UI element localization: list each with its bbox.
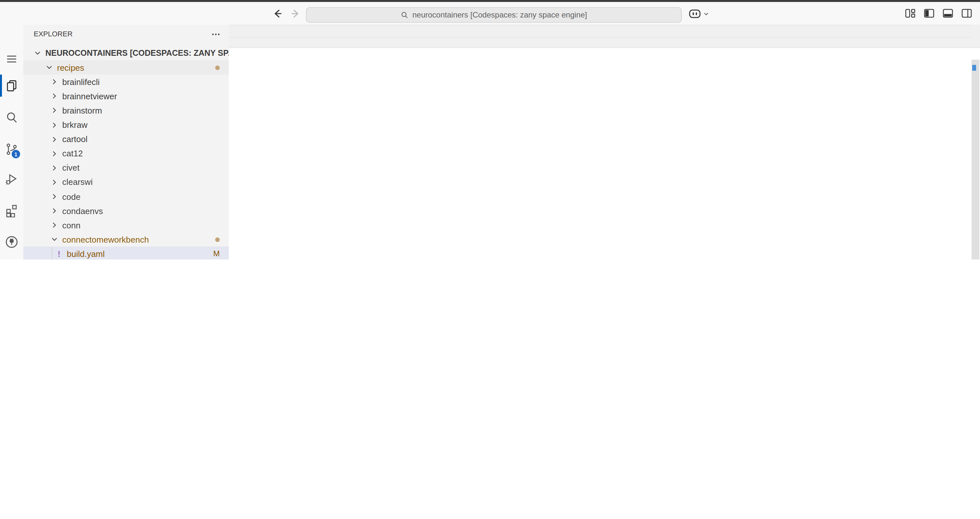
chevron-right-icon <box>49 134 60 144</box>
indent-guide <box>52 247 52 260</box>
toggle-panel-icon[interactable] <box>942 8 953 19</box>
tree-item-label: cat12 <box>62 149 83 158</box>
extensions-icon[interactable] <box>5 203 19 217</box>
more-actions-icon[interactable] <box>211 29 221 40</box>
search-icon[interactable] <box>5 110 19 125</box>
vscode-window: neurocontainers [Codespaces: zany space … <box>0 0 980 260</box>
toggle-secondary-sidebar-icon[interactable] <box>961 8 972 19</box>
tree-item-cartool[interactable]: cartool <box>23 132 229 146</box>
editor-group <box>229 25 980 260</box>
git-modified-badge: M <box>213 249 220 259</box>
forward-arrow-icon[interactable] <box>290 8 301 19</box>
tree-item-brainstorm[interactable]: brainstorm <box>23 104 229 118</box>
tree-item-brainnetviewer[interactable]: brainnetviewer <box>23 89 229 104</box>
tree-item-build.yaml[interactable]: !build.yamlM <box>23 247 229 260</box>
chevron-right-icon <box>49 220 60 230</box>
tree-item-label: conn <box>62 220 80 230</box>
command-center-search[interactable]: neurocontainers [Codespaces: zany space … <box>306 7 682 23</box>
chevron-right-icon <box>49 105 60 116</box>
tree-item-civet[interactable]: civet <box>23 161 229 175</box>
tree-item-label: brainlifecli <box>62 77 100 86</box>
tree-item-code[interactable]: code <box>23 189 229 204</box>
chevron-down-icon <box>49 235 60 245</box>
activity-bar: 1 <box>0 25 24 260</box>
tree-item-label: brkraw <box>62 120 88 130</box>
title-bar: neurocontainers [Codespaces: zany space … <box>0 2 980 25</box>
active-view-indicator <box>0 75 2 97</box>
yaml-file-icon: ! <box>54 249 64 259</box>
tree-item-label: condaenvs <box>62 206 103 216</box>
tree-item-label: brainnetviewer <box>62 91 117 101</box>
tree-item-brainlifecli[interactable]: brainlifecli <box>23 75 229 89</box>
editor-scrollbar[interactable] <box>972 60 979 260</box>
tree-root[interactable]: NEUROCONTAINERS [CODESPACES: ZANY SPA... <box>23 46 229 60</box>
chevron-right-icon <box>49 120 60 130</box>
chevron-right-icon <box>49 206 60 216</box>
modified-line-marker <box>972 65 976 71</box>
search-icon <box>401 11 409 19</box>
search-text: neurocontainers [Codespaces: zany space … <box>412 10 587 19</box>
tree-item-label: civet <box>62 163 80 173</box>
chevron-down-icon <box>32 48 43 58</box>
chevron-down-icon <box>44 62 54 73</box>
current-line-highlight <box>229 25 971 38</box>
tree-item-label: build.yaml <box>67 249 105 259</box>
chevron-right-icon <box>49 148 60 159</box>
modified-dot-badge <box>215 65 220 70</box>
tree-item-brkraw[interactable]: brkraw <box>23 118 229 132</box>
tree-item-cat12[interactable]: cat12 <box>23 146 229 161</box>
chevron-right-icon <box>49 177 60 187</box>
tree-item-label: clearswi <box>62 177 93 187</box>
tree-item-condaenvs[interactable]: condaenvs <box>23 204 229 218</box>
tree-item-clearswi[interactable]: clearswi <box>23 175 229 189</box>
customize-layout-icon[interactable] <box>905 8 916 19</box>
chevron-right-icon <box>49 192 60 202</box>
chevron-right-icon <box>49 91 60 102</box>
toggle-sidebar-icon[interactable] <box>924 8 935 19</box>
tree-item-label: connectomeworkbench <box>62 235 149 244</box>
layout-controls <box>905 8 972 19</box>
explorer-icon[interactable] <box>5 78 19 93</box>
tree-item-label: cartool <box>62 134 88 144</box>
source-control-icon[interactable] <box>5 142 19 156</box>
tree-item-label: recipes <box>57 62 84 72</box>
copilot-icon <box>688 8 701 19</box>
tree-item-label: NEUROCONTAINERS [CODESPACES: ZANY SPA... <box>45 49 229 58</box>
tree-item-label: brainstorm <box>62 106 102 115</box>
sidebar-header: EXPLORER <box>23 25 229 43</box>
run-and-debug-icon[interactable] <box>5 172 19 186</box>
back-arrow-icon[interactable] <box>272 8 283 19</box>
tree-item-label: code <box>62 192 80 201</box>
github-icon[interactable] <box>5 235 19 249</box>
sidebar-title: EXPLORER <box>34 30 73 38</box>
tree-item-connectomeworkbench[interactable]: connectomeworkbench <box>23 233 229 247</box>
tree-item-recipes[interactable]: recipes <box>23 60 229 75</box>
modified-dot-badge <box>215 238 220 242</box>
chevron-right-icon <box>49 77 60 87</box>
chevron-right-icon <box>49 163 60 173</box>
menu-icon[interactable] <box>5 52 19 66</box>
tree-item-conn[interactable]: conn <box>23 218 229 232</box>
chevron-down-icon <box>703 11 709 16</box>
minimap[interactable] <box>893 62 933 135</box>
explorer-sidebar: EXPLORER NEUROCONTAINERS [CODESPACES: ZA… <box>23 25 229 260</box>
copilot-menu[interactable] <box>688 8 709 19</box>
